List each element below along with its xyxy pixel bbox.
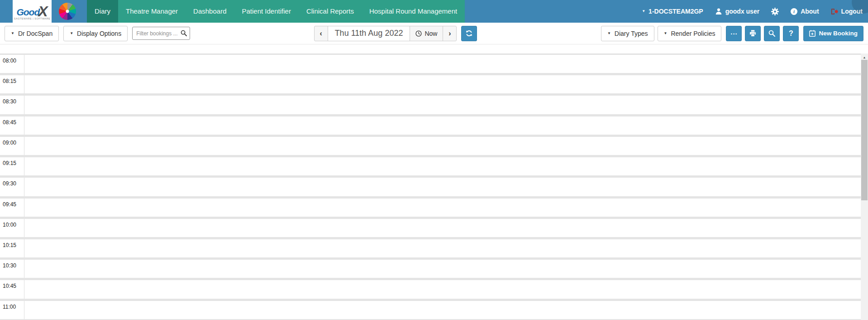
render-policies-label: Render Policies [671,30,715,37]
search-button[interactable] [764,26,780,41]
nav-item-hospital-round-management[interactable]: Hospital Round Management [362,0,465,23]
booking-area[interactable] [24,301,861,319]
time-slot-row: 09:00 [0,137,861,157]
time-slot-row: 09:30 [0,178,861,198]
color-wheel-center [66,10,69,13]
logout-icon [831,8,838,15]
booking-area[interactable] [24,260,861,278]
booking-area[interactable] [24,239,861,257]
current-date-button[interactable]: Thu 11th Aug 2022 [328,26,410,41]
time-slot-row: 10:00 [0,219,861,239]
new-booking-label: New Booking [819,30,858,37]
doctor-selector-button[interactable]: ▼ Dr DocSpan [5,26,59,41]
refresh-button[interactable] [461,26,477,41]
time-slot-row: 10:15 [0,239,861,260]
time-slot-row: 08:15 [0,75,861,96]
user-icon [715,8,722,15]
nav-item-clinical-reports[interactable]: Clinical Reports [299,0,362,23]
time-slot-row: 11:00 [0,301,861,320]
booking-area[interactable] [24,199,861,217]
toolbar-right: ▼ Diary Types ▼ Render Policies ... [601,26,863,41]
booking-area[interactable] [24,137,861,155]
diary-types-label: Diary Types [615,30,648,37]
gear-icon [771,8,779,15]
filter-bookings-field [132,27,190,40]
search-icon [768,30,775,37]
nav-item-theatre-manager[interactable]: Theatre Manager [118,0,186,23]
logo-text-good: Good [16,7,39,17]
up-arrow-icon: ▲ [863,56,866,59]
topbar: Good X SAGTEWARE | SOFTWARE DiaryTheatre… [0,0,868,23]
calendar-grid: 08:00 08:15 08:30 08:45 09:00 09:15 09:3… [0,53,861,320]
logo-text-x: X [38,4,48,19]
user-menu[interactable]: goodx user [715,8,759,15]
color-wheel-icon[interactable] [59,3,76,20]
user-name-label: goodx user [725,8,759,15]
refresh-icon [466,30,472,37]
diary-toolbar: ▼ Dr DocSpan ▼ Display Options ‹ Thu 11t… [0,23,868,44]
entity-label: 1-DOCSTEAM2GP [649,8,703,15]
caret-down-icon: ▼ [607,32,611,35]
time-label: 09:00 [0,137,24,155]
date-button-group: ‹ Thu 11th Aug 2022 Now › [314,26,457,41]
print-button[interactable] [745,26,761,41]
about-label: About [801,8,819,15]
booking-area[interactable] [24,157,861,175]
time-slot-row: 09:45 [0,199,861,219]
nav-item-dashboard[interactable]: Dashboard [186,0,234,23]
chevron-left-icon: ‹ [320,29,322,38]
chevron-right-icon: › [448,29,451,38]
now-button[interactable]: Now [410,26,443,41]
previous-day-button[interactable]: ‹ [314,26,328,41]
search-icon [181,30,187,36]
vertical-scrollbar[interactable]: ▲ [861,53,868,320]
time-slot-row: 10:30 [0,260,861,280]
doctor-selector-label: Dr DocSpan [18,30,52,37]
logo-tagline: SAGTEWARE | SOFTWARE [14,18,50,20]
entity-selector[interactable]: ▼ 1-DOCSTEAM2GP [642,8,703,15]
booking-area[interactable] [24,219,861,237]
main-nav: DiaryTheatre ManagerDashboardPatient Ide… [87,0,465,23]
time-label: 08:15 [0,75,24,93]
question-mark-icon: ? [789,29,793,38]
ellipsis-icon: ... [730,28,738,36]
time-label: 09:45 [0,199,24,217]
current-date-label: Thu 11th Aug 2022 [335,29,403,38]
printer-icon [749,30,756,37]
time-label: 08:30 [0,96,24,114]
new-booking-button[interactable]: New Booking [803,26,863,41]
date-navigation: ‹ Thu 11th Aug 2022 Now › [314,26,477,41]
help-button[interactable]: ? [783,26,799,41]
time-slot-row: 08:45 [0,116,861,137]
nav-item-diary[interactable]: Diary [87,0,118,23]
booking-area[interactable] [24,55,861,73]
info-icon: i [791,8,797,15]
booking-area[interactable] [24,280,861,298]
about-button[interactable]: i About [791,8,819,15]
time-slot-row: 09:15 [0,157,861,178]
time-label: 08:00 [0,55,24,73]
booking-area[interactable] [24,96,861,114]
settings-button[interactable] [771,8,779,15]
booking-area[interactable] [24,75,861,93]
clock-icon [415,30,422,37]
more-options-button[interactable]: ... [726,26,742,41]
calendar-plus-icon [809,30,816,37]
next-day-button[interactable]: › [443,26,457,41]
booking-area[interactable] [24,116,861,135]
time-slot-row: 08:00 [0,55,861,75]
render-policies-button[interactable]: ▼ Render Policies [658,26,722,41]
topbar-spacer [465,0,642,23]
diary-types-button[interactable]: ▼ Diary Types [601,26,654,41]
nav-item-patient-identifier[interactable]: Patient Identifier [234,0,298,23]
time-label: 09:15 [0,157,24,175]
time-label: 10:00 [0,219,24,237]
logo-wordmark: Good X [16,4,48,17]
display-options-button[interactable]: ▼ Display Options [63,26,128,41]
time-label: 09:30 [0,178,24,196]
booking-area[interactable] [24,178,861,196]
time-slot-row: 10:45 [0,280,861,301]
display-options-label: Display Options [77,30,121,37]
goodx-logo[interactable]: Good X SAGTEWARE | SOFTWARE [13,0,52,23]
scrollbar-thumb[interactable] [861,60,868,200]
